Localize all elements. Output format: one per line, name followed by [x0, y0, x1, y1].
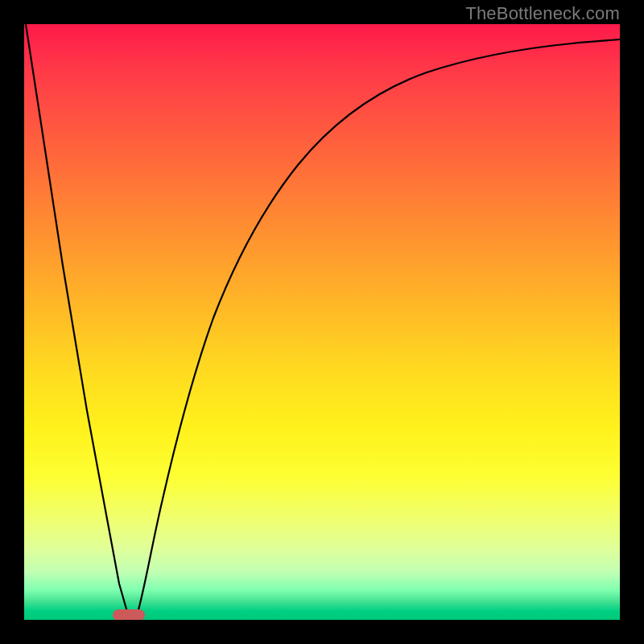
curve-left	[26, 24, 130, 616]
attribution-label: TheBottleneck.com	[465, 3, 620, 24]
bottleneck-curves	[24, 24, 620, 620]
plot-area	[24, 24, 620, 620]
curve-right	[137, 39, 620, 616]
optimum-marker	[113, 609, 145, 620]
